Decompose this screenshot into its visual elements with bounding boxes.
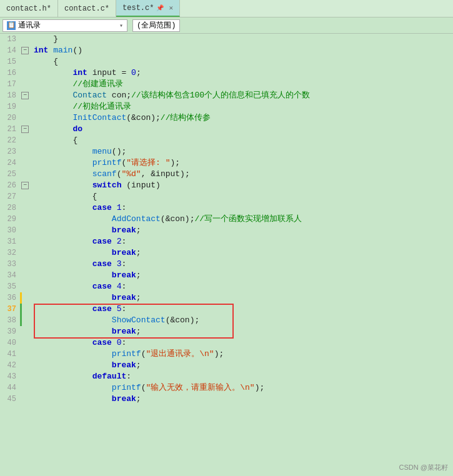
gutter-17 bbox=[20, 79, 31, 90]
scope-selector[interactable]: 📋 通讯录 ▾ bbox=[2, 19, 127, 32]
code-line-25: scanf("%d", &input); bbox=[34, 169, 453, 180]
gutter-13 bbox=[20, 34, 31, 45]
tab-contact-c[interactable]: contact.c* bbox=[58, 0, 116, 17]
code-line-23: menu(); bbox=[34, 146, 453, 157]
gutter-23 bbox=[20, 146, 31, 157]
line-num-42: 42 bbox=[0, 360, 16, 371]
code-line-39: break; bbox=[34, 326, 453, 337]
gutter-41 bbox=[20, 349, 31, 360]
gutter-45 bbox=[20, 394, 31, 405]
code-line-36: break; bbox=[34, 292, 453, 304]
code-line-20: InitContact(&con);//结构体传参 bbox=[34, 112, 453, 124]
code-line-28: case 1: bbox=[34, 202, 453, 214]
gutter-40 bbox=[20, 337, 31, 349]
gutter-21[interactable]: − bbox=[20, 124, 31, 135]
gutter-19 bbox=[20, 101, 31, 112]
line-num-17: 17 bbox=[0, 79, 16, 90]
line-num-35: 35 bbox=[0, 281, 16, 292]
line-num-19: 19 bbox=[0, 101, 16, 112]
code-line-22: { bbox=[34, 135, 453, 146]
line-num-36: 36 bbox=[0, 292, 16, 304]
code-line-43: default: bbox=[34, 371, 453, 382]
gutter-26[interactable]: − bbox=[20, 180, 31, 191]
code-line-31: case 2: bbox=[34, 236, 453, 247]
code-line-33: case 3: bbox=[34, 259, 453, 270]
line-num-28: 28 bbox=[0, 202, 16, 214]
line-num-20: 20 bbox=[0, 112, 16, 124]
gutter-33 bbox=[20, 259, 31, 270]
fold-18-icon[interactable]: − bbox=[21, 92, 29, 99]
line-num-43: 43 bbox=[0, 371, 16, 382]
line-num-41: 41 bbox=[0, 349, 16, 360]
tab-label-contact-h: contact.h* bbox=[6, 4, 51, 13]
gutter-18[interactable]: − bbox=[20, 90, 31, 101]
code-line-17: //创建通讯录 bbox=[34, 79, 453, 90]
fold-21-icon[interactable]: − bbox=[21, 126, 29, 133]
tab-test-c[interactable]: test.c* 📌 ✕ bbox=[116, 0, 180, 17]
gutter-14[interactable]: − bbox=[20, 45, 31, 56]
code-line-29: AddContact(&con);//写一个函数实现增加联系人 bbox=[34, 214, 453, 225]
gutter-27 bbox=[20, 191, 31, 202]
line-num-38: 38 bbox=[0, 315, 16, 326]
code-line-32: break; bbox=[34, 247, 453, 259]
line-num-15: 15 bbox=[0, 56, 16, 67]
gutter-35 bbox=[20, 281, 31, 292]
code-line-18: Contact con;//该结构体包含100个人的信息和已填充人的个数 bbox=[34, 90, 453, 101]
line-num-14: 14 bbox=[0, 45, 16, 56]
watermark: CSDN @菜花籽 bbox=[399, 463, 448, 472]
code-line-27: { bbox=[34, 191, 453, 202]
code-line-15: { bbox=[34, 56, 453, 67]
tab-label-test-c: test.c* bbox=[122, 4, 154, 12]
gutter-34 bbox=[20, 270, 31, 281]
scope-label: 通讯录 bbox=[18, 20, 41, 31]
scope-right-label: (全局范围) bbox=[137, 20, 176, 31]
gutter-44 bbox=[20, 382, 31, 394]
tab-contact-h[interactable]: contact.h* bbox=[0, 0, 58, 17]
code-line-19: //初始化通讯录 bbox=[34, 101, 453, 112]
line-num-45: 45 bbox=[0, 394, 16, 405]
line-num-30: 30 bbox=[0, 225, 16, 236]
code-line-45: break; bbox=[34, 394, 453, 405]
code-line-24: printf("请选择: "); bbox=[34, 157, 453, 169]
line-num-23: 23 bbox=[0, 146, 16, 157]
line-numbers: 13 14 15 16 17 18 19 20 21 22 23 24 25 2… bbox=[0, 34, 20, 476]
gutter-42 bbox=[20, 360, 31, 371]
code-line-26: switch (input) bbox=[34, 180, 453, 191]
code-line-21: do bbox=[34, 124, 453, 135]
scope-right[interactable]: (全局范围) bbox=[132, 19, 180, 32]
gutter-29 bbox=[20, 214, 31, 225]
line-num-34: 34 bbox=[0, 270, 16, 281]
scope-dropdown-arrow[interactable]: ▾ bbox=[119, 22, 123, 29]
line-num-39: 39 bbox=[0, 326, 16, 337]
line-num-13: 13 bbox=[0, 34, 16, 45]
close-icon[interactable]: ✕ bbox=[169, 4, 173, 12]
line-num-21: 21 bbox=[0, 124, 16, 135]
code-line-30: break; bbox=[34, 225, 453, 236]
line-num-26: 26 bbox=[0, 180, 16, 191]
tab-bar: contact.h* contact.c* test.c* 📌 ✕ bbox=[0, 0, 453, 17]
line-num-44: 44 bbox=[0, 382, 16, 394]
toolbar-row: 📋 通讯录 ▾ (全局范围) bbox=[0, 17, 453, 34]
gutter-31 bbox=[20, 236, 31, 247]
gutter-38 bbox=[20, 315, 31, 326]
fold-14-icon[interactable]: − bbox=[21, 47, 29, 54]
code-line-40: case 0: bbox=[34, 337, 453, 349]
code-line-44: printf("输入无效，请重新输入。\n"); bbox=[34, 382, 453, 394]
code-line-42: break; bbox=[34, 360, 453, 371]
gutter-28 bbox=[20, 202, 31, 214]
pin-icon: 📌 bbox=[156, 4, 164, 12]
line-num-18: 18 bbox=[0, 90, 16, 101]
code-line-37: case 5: bbox=[34, 304, 453, 315]
scope-icon: 📋 bbox=[7, 21, 16, 30]
code-line-14: int main() bbox=[34, 45, 453, 56]
line-num-24: 24 bbox=[0, 157, 16, 169]
gutter-37 bbox=[20, 304, 31, 315]
gutter-43 bbox=[20, 371, 31, 382]
code-content[interactable]: } int main() { int input = 0; //创建通讯录 Co… bbox=[31, 34, 453, 476]
fold-26-icon[interactable]: − bbox=[21, 182, 29, 189]
gutter-30 bbox=[20, 225, 31, 236]
line-num-16: 16 bbox=[0, 67, 16, 79]
gutter-25 bbox=[20, 169, 31, 180]
code-line-13: } bbox=[34, 34, 453, 45]
gutter-36 bbox=[20, 292, 31, 304]
